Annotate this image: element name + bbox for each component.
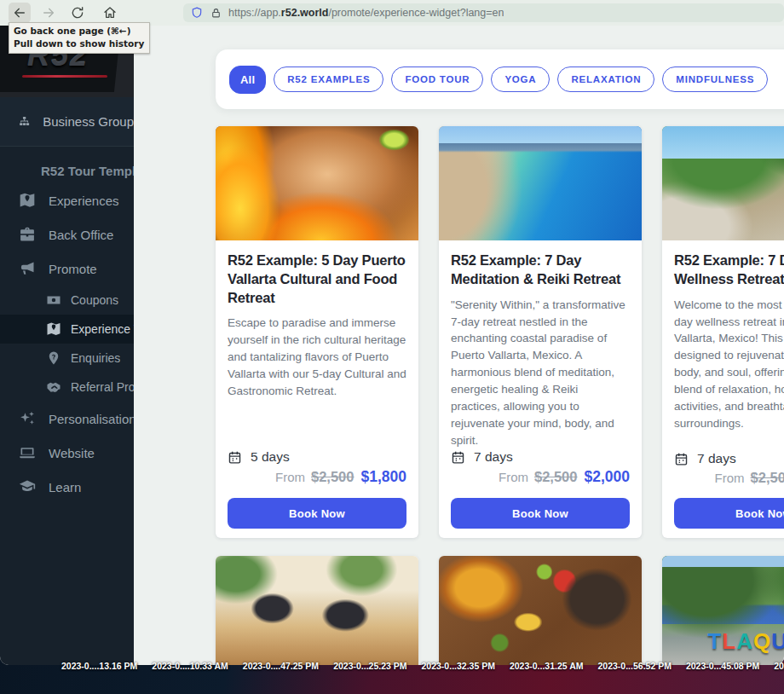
briefcase-icon bbox=[19, 226, 36, 243]
category-filter-bar: All R52 EXAMPLES FOOD TOUR YOGA RELAXATI… bbox=[216, 49, 784, 109]
desktop-file-label[interactable]: 2023-0...45.08 PM bbox=[686, 661, 759, 671]
sidebar-item-learn[interactable]: Learn bbox=[0, 470, 134, 504]
experience-card: R52 Example: 7 Day Wellness Retreat Welc… bbox=[662, 126, 784, 538]
card-photo-tlaquepaque-sign: TLAQUEP bbox=[662, 556, 784, 665]
home-button[interactable] bbox=[99, 3, 121, 23]
book-now-button[interactable]: Book Now bbox=[228, 498, 406, 529]
sparkles-icon bbox=[19, 410, 36, 427]
price-sale: $1,800 bbox=[360, 468, 406, 486]
card-photo-palm-beach bbox=[662, 126, 784, 240]
forward-button[interactable] bbox=[37, 3, 60, 23]
sidebar-item-label: Learn bbox=[49, 480, 81, 494]
calendar-icon bbox=[451, 450, 465, 465]
sidebar-item-referral-program[interactable]: Referral Program bbox=[0, 373, 134, 402]
calendar-icon bbox=[228, 450, 242, 465]
coupon-icon bbox=[46, 292, 61, 308]
browser-window: https://app.r52.world/promote/experience… bbox=[0, 0, 784, 665]
card-photo-fajitas bbox=[216, 126, 418, 240]
desktop-file-label[interactable]: 2023-07... bbox=[774, 661, 784, 671]
card-title: R52 Example: 5 Day Puerto Vallarta Cultu… bbox=[228, 252, 406, 307]
filter-chip-r52-examples[interactable]: R52 EXAMPLES bbox=[274, 67, 383, 92]
sidebar-item-label: Promote bbox=[49, 262, 97, 276]
home-icon bbox=[103, 6, 117, 20]
sidebar-item-label: Experiences bbox=[49, 194, 119, 208]
experience-card: R52 Example: 5 Day Puerto Vallarta Cultu… bbox=[216, 126, 418, 538]
desktop-file-labels: 2023-0....13.16 PM 2023-0....10.33 AM 20… bbox=[61, 661, 784, 671]
card-title: R52 Example: 7 Day Wellness Retreat bbox=[674, 252, 784, 289]
sidebar-item-coupons[interactable]: Coupons bbox=[0, 286, 134, 315]
desktop-file-label[interactable]: 2023-0...25.23 PM bbox=[333, 661, 406, 671]
megaphone-icon bbox=[19, 260, 36, 277]
back-arrow-icon bbox=[13, 6, 26, 20]
sidebar-item-label: Coupons bbox=[71, 293, 118, 307]
sidebar-item-label: Experience Widget bbox=[71, 322, 134, 336]
filter-chip-yoga[interactable]: YOGA bbox=[491, 67, 550, 92]
price-from-label: From bbox=[715, 471, 745, 485]
sidebar-item-label: Business Group bbox=[43, 114, 134, 129]
tooltip-line-2: Pull down to show history bbox=[14, 38, 144, 50]
card-description: "Serenity Within," a transformative 7-da… bbox=[451, 297, 630, 450]
experience-card bbox=[216, 556, 418, 665]
price-original: $2,500 bbox=[751, 470, 784, 486]
sidebar-item-label: Referral Program bbox=[71, 380, 134, 394]
price-original: $2,500 bbox=[311, 469, 354, 485]
card-title: R52 Example: 7 Day Meditation & Reiki Re… bbox=[451, 252, 630, 289]
duration-text: 7 days bbox=[474, 449, 513, 465]
card-photo-coworking-office bbox=[216, 556, 418, 665]
card-photo-food-table bbox=[439, 556, 642, 665]
sidebar-item-back-office[interactable]: Back Office bbox=[0, 217, 134, 252]
lock-icon bbox=[210, 8, 222, 19]
filter-chip-food-tour[interactable]: FOOD TOUR bbox=[391, 67, 483, 92]
sidebar-item-promote[interactable]: Promote bbox=[0, 252, 134, 286]
sidebar-section-header: R52 Tour Template bbox=[0, 147, 134, 183]
filter-chip-mindfulness[interactable]: MINDFULNESS bbox=[662, 67, 768, 92]
experience-card: R52 Example: 7 Day Meditation & Reiki Re… bbox=[439, 126, 642, 538]
sidebar-item-experiences[interactable]: Experiences bbox=[0, 183, 134, 217]
price-original: $2,500 bbox=[534, 469, 577, 485]
filter-chip-all[interactable]: All bbox=[229, 66, 266, 94]
desktop-file-label[interactable]: 2023-0....13.16 PM bbox=[61, 661, 137, 671]
book-now-button[interactable]: Book Now bbox=[451, 498, 630, 529]
tooltip-line-1: Go back one page (⌘←) bbox=[14, 25, 144, 38]
desktop-file-label[interactable]: 2023-0....10.33 AM bbox=[152, 661, 228, 671]
sidebar-item-business-group[interactable]: Business Group bbox=[0, 97, 134, 147]
sidebar-item-personalisation[interactable]: Personalisation bbox=[0, 402, 134, 436]
price-from-label: From bbox=[499, 470, 528, 484]
sidebar-item-label: Website bbox=[49, 446, 95, 460]
handshake-icon bbox=[46, 379, 61, 395]
experience-card: TLAQUEP bbox=[662, 556, 784, 665]
back-button-tooltip: Go back one page (⌘←) Pull down to show … bbox=[9, 22, 150, 54]
sidebar: R52 Business Group R52 Tour Template Exp… bbox=[0, 26, 134, 665]
graduation-cap-icon bbox=[19, 478, 36, 495]
pin-icon bbox=[46, 350, 61, 366]
main-content: All R52 EXAMPLES FOOD TOUR YOGA RELAXATI… bbox=[134, 26, 784, 665]
price-sale: $2,000 bbox=[584, 468, 630, 486]
tlaquepaque-letters: TLAQUEP bbox=[707, 628, 784, 655]
card-description: Welcome to the most amazing 7-day wellne… bbox=[674, 297, 784, 433]
org-chart-icon bbox=[19, 113, 30, 130]
desktop-file-label[interactable]: 2023-0...31.25 AM bbox=[510, 661, 584, 671]
desktop-file-label[interactable]: 2023-0...32.35 PM bbox=[422, 661, 495, 671]
forward-arrow-icon bbox=[42, 6, 55, 20]
desktop-file-label[interactable]: 2023-0...56.52 PM bbox=[598, 661, 672, 671]
calendar-icon bbox=[674, 452, 689, 466]
reload-button[interactable] bbox=[66, 3, 89, 23]
sidebar-item-experience-widget[interactable]: Experience Widget bbox=[0, 315, 134, 344]
sidebar-item-website[interactable]: Website bbox=[0, 436, 134, 470]
sidebar-item-label: Personalisation bbox=[49, 412, 134, 426]
sidebar-item-label: Back Office bbox=[49, 228, 113, 242]
duration-text: 5 days bbox=[251, 449, 290, 465]
url-bar[interactable]: https://app.r52.world/promote/experience… bbox=[183, 3, 784, 22]
sidebar-item-label: Enquiries bbox=[71, 351, 120, 365]
filter-chip-relaxation[interactable]: RELAXATION bbox=[557, 67, 654, 92]
map-icon bbox=[19, 192, 36, 209]
shield-icon bbox=[191, 7, 203, 19]
sidebar-item-enquiries[interactable]: Enquiries bbox=[0, 344, 134, 373]
desktop-file-label[interactable]: 2023-0....47.25 PM bbox=[243, 661, 319, 671]
card-description: Escape to paradise and immerse yourself … bbox=[228, 315, 406, 400]
experience-cards-row-1: R52 Example: 5 Day Puerto Vallarta Cultu… bbox=[216, 126, 784, 538]
widget-map-icon bbox=[46, 321, 61, 337]
price-from-label: From bbox=[275, 470, 305, 484]
book-now-button[interactable]: Book Now bbox=[674, 498, 784, 529]
back-button[interactable] bbox=[9, 3, 31, 23]
